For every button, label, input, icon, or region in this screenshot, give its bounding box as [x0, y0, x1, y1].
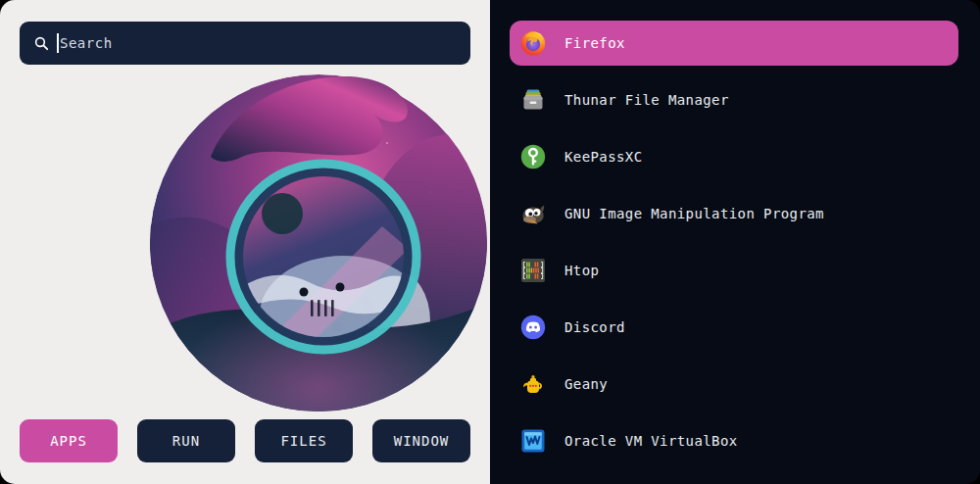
gimp-icon: [519, 200, 547, 227]
keepassxc-icon: [519, 143, 547, 170]
search-input[interactable]: [58, 34, 457, 52]
app-item-label: Thunar File Manager: [564, 92, 729, 108]
thunar-icon: [519, 86, 547, 114]
app-item-gnu-image-manipulation-program[interactable]: GNU Image Manipulation Program: [510, 191, 958, 236]
search-bar[interactable]: [20, 22, 470, 65]
virtualbox-icon: [519, 427, 547, 455]
app-item-label: KeePassXC: [564, 149, 642, 165]
mode-button-window[interactable]: WINDOW: [372, 419, 470, 462]
left-pane: APPS RUN FILES WINDOW: [0, 0, 490, 484]
app-item-label: GNU Image Manipulation Program: [564, 206, 824, 221]
text-cursor: [57, 33, 59, 53]
app-item-geany[interactable]: Geany: [510, 362, 958, 407]
app-item-discord[interactable]: Discord: [510, 305, 958, 350]
app-item-htop[interactable]: Htop: [510, 248, 958, 293]
launcher-window: APPS RUN FILES WINDOW Firefox Thunar Fil…: [0, 0, 980, 484]
app-item-firefox[interactable]: Firefox: [510, 21, 958, 66]
htop-icon: [519, 257, 547, 284]
discord-icon: [519, 314, 547, 341]
search-icon: [33, 35, 50, 52]
app-item-thunar-file-manager[interactable]: Thunar File Manager: [510, 77, 958, 122]
mode-button-label: WINDOW: [394, 433, 450, 449]
app-item-label: Geany: [564, 376, 608, 392]
mode-button-label: FILES: [280, 433, 326, 449]
firefox-icon: [519, 29, 547, 57]
app-item-label: Firefox: [564, 35, 625, 51]
app-item-label: Oracle VM VirtualBox: [564, 433, 738, 449]
app-item-oracle-vm-virtualbox[interactable]: Oracle VM VirtualBox: [510, 418, 958, 463]
mode-button-label: RUN: [172, 433, 200, 449]
mode-button-run[interactable]: RUN: [137, 419, 235, 462]
mode-button-files[interactable]: FILES: [255, 419, 353, 462]
app-item-label: Htop: [564, 263, 599, 278]
astronaut-illustration: [142, 65, 495, 413]
geany-icon: [519, 370, 547, 398]
app-item-label: Discord: [564, 319, 625, 335]
mode-buttons: APPS RUN FILES WINDOW: [20, 419, 470, 462]
app-item-keepassxc[interactable]: KeePassXC: [510, 134, 958, 179]
mode-button-apps[interactable]: APPS: [20, 419, 118, 462]
app-list: Firefox Thunar File Manager KeePassXC GN…: [490, 0, 980, 484]
mode-button-label: APPS: [50, 433, 87, 449]
